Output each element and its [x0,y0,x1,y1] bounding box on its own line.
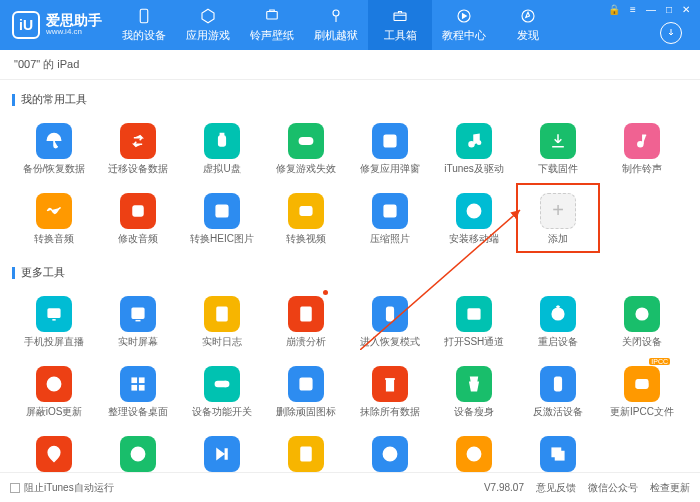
nav-ringtone[interactable]: 铃声壁纸 [240,0,304,50]
svg-rect-36 [140,385,144,389]
svg-text:IPCC: IPCC [636,381,648,387]
tool-icon [288,366,324,402]
tool-label: 修改音频 [118,233,158,244]
window-maximize-icon[interactable]: □ [664,4,674,15]
svg-point-48 [471,451,473,453]
svg-text:iU: iU [470,206,478,216]
tool-icon [204,366,240,402]
block-itunes-checkbox[interactable] [10,483,20,493]
tool-plus[interactable]: +添加 [516,183,600,253]
music-icon [464,131,484,151]
tool-log[interactable]: 实时日志 [180,286,264,356]
svg-point-14 [477,141,480,144]
delete-icon [296,374,316,394]
tool-block[interactable]: 屏蔽iOS更新 [12,356,96,426]
window-settings-icon[interactable]: ≡ [628,4,638,15]
tool-compress[interactable]: 压缩照片 [348,183,432,253]
tool-image[interactable]: 转换HEIC图片 [180,183,264,253]
tool-icon [36,123,72,159]
tool-usb[interactable]: 虚拟U盘 [180,113,264,183]
tool-music[interactable]: iTunes及驱动 [432,113,516,183]
tool-icon [372,193,408,229]
tool-note[interactable]: 制作铃声 [600,113,684,183]
tool-dedupe[interactable]: 图片去重 [516,426,600,472]
player-icon [380,444,400,464]
desktop-icon [128,374,148,394]
tool-skip[interactable]: 跳过设置引导 [180,426,264,472]
video-icon [296,201,316,221]
section-title-common: 我的常用工具 [12,92,688,107]
svg-point-28 [389,317,391,319]
tool-deactivate[interactable]: 反激活设备 [516,356,600,426]
nav-apps[interactable]: 应用游戏 [176,0,240,50]
tool-audioedit[interactable]: 修改音频 [96,183,180,253]
nav-device[interactable]: 我的设备 [112,0,176,50]
tool-label: 反激活设备 [533,406,583,417]
window-lock-icon[interactable]: 🔒 [606,4,622,15]
tool-gamepad[interactable]: 修复游戏失效 [264,113,348,183]
tool-clean[interactable]: 设备瘦身 [432,356,516,426]
tool-restart[interactable]: 重启设备 [516,286,600,356]
tool-wave[interactable]: 转换音频 [12,183,96,253]
tool-ssh[interactable]: 打开SSH通道 [432,286,516,356]
logo[interactable]: iU 爱思助手 www.i4.cn [0,11,112,39]
svg-rect-7 [220,133,223,136]
tool-screen[interactable]: 实时屏幕 [96,286,180,356]
feedback-link[interactable]: 意见反馈 [536,481,576,495]
section-title-more: 更多工具 [12,265,688,280]
nav-toolbox[interactable]: 工具箱 [368,0,432,50]
tool-download[interactable]: 下载固件 [516,113,600,183]
tool-transfer[interactable]: 迁移设备数据 [96,113,180,183]
image-icon [212,201,232,221]
tool-install[interactable]: iU安装移动端 [432,183,516,253]
tool-cast[interactable]: 手机投屏直播 [12,286,96,356]
tool-boot[interactable]: 备份引导区数据 [264,426,348,472]
nav-flash[interactable]: 刷机越狱 [304,0,368,50]
common-tools-grid: 备份/恢复数据迁移设备数据虚拟U盘修复游戏失效修复应用弹窗iTunes及驱动下载… [12,113,688,253]
svg-point-43 [52,450,55,453]
tool-label: 实时日志 [202,336,242,347]
window-close-icon[interactable]: ✕ [680,4,692,15]
tool-desktop[interactable]: 整理设备桌面 [96,356,180,426]
block-icon [44,374,64,394]
svg-rect-0 [140,9,148,23]
tool-emoji[interactable]: 表情制作 [432,426,516,472]
device-breadcrumb: "007" 的 iPad [0,50,700,80]
tool-label: 制作铃声 [622,163,662,174]
tool-crash[interactable]: 崩溃分析 [264,286,348,356]
tool-icon [36,193,72,229]
tool-video[interactable]: 转换视频 [264,183,348,253]
tool-label: 转换HEIC图片 [190,233,254,244]
window-minimize-icon[interactable]: — [644,4,658,15]
svg-rect-35 [132,385,136,389]
tool-umbrella[interactable]: 备份/恢复数据 [12,113,96,183]
tool-player[interactable]: 爱思播放器 [348,426,432,472]
check-update-link[interactable]: 检查更新 [650,481,690,495]
tool-location[interactable]: 虚拟定位 [12,426,96,472]
tool-label: 进入恢复模式 [360,336,420,347]
clean-icon [464,374,484,394]
tool-time[interactable]: 破解时间限额 [96,426,180,472]
tool-icon [456,123,492,159]
tool-switch[interactable]: 设备功能开关 [180,356,264,426]
tool-delete[interactable]: 删除顽固图标 [264,356,348,426]
download-manager-button[interactable] [660,22,682,44]
tool-label: 迁移设备数据 [108,163,168,174]
tool-recovery[interactable]: 进入恢复模式 [348,286,432,356]
tool-erase[interactable]: 抹除所有数据 [348,356,432,426]
deactivate-icon [548,374,568,394]
tool-power[interactable]: 关闭设备 [600,286,684,356]
content-area: 我的常用工具 备份/恢复数据迁移设备数据虚拟U盘修复游戏失效修复应用弹窗iTun… [0,80,700,472]
tool-icon [288,436,324,472]
crash-icon [296,304,316,324]
tool-popup[interactable]: 修复应用弹窗 [348,113,432,183]
switch-icon [212,374,232,394]
nav-discover[interactable]: 发现 [496,0,560,50]
dedupe-icon [548,444,568,464]
install-icon: iU [464,201,484,221]
wechat-link[interactable]: 微信公众号 [588,481,638,495]
tool-ipcc[interactable]: IPCCIPCC更新IPCC文件 [600,356,684,426]
tool-label: 添加 [548,233,568,244]
nav-tutorial[interactable]: 教程中心 [432,0,496,50]
logo-title: 爱思助手 [46,13,102,28]
